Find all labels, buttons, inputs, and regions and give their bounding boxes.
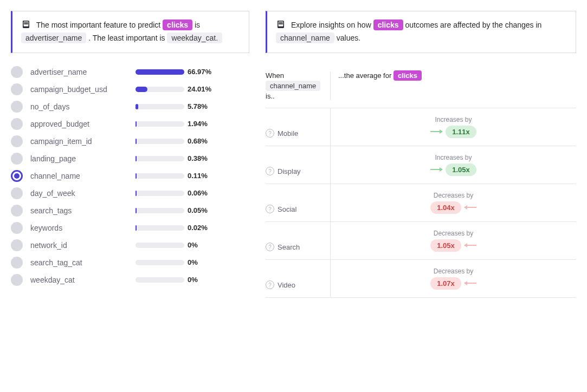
- feature-bar: 0.05%: [136, 206, 249, 214]
- book-icon: [21, 19, 31, 29]
- feature-pct: 66.97%: [188, 68, 211, 76]
- impact-row: ?SearchDecreases by1.05x: [266, 222, 576, 260]
- feature-radio[interactable]: [11, 66, 23, 78]
- feature-radio[interactable]: [11, 101, 23, 113]
- impact-badge: 1.05x: [430, 239, 476, 252]
- feature-bar: 0.02%: [136, 224, 249, 232]
- arrow-right-icon: [430, 169, 442, 170]
- impact-value-label: Search: [278, 243, 300, 251]
- feature-radio[interactable]: [11, 222, 23, 234]
- feature-row[interactable]: approved_budget1.94%: [11, 118, 249, 130]
- feature-row[interactable]: search_tags0.05%: [11, 205, 249, 217]
- impact-row: ?SocialDecreases by1.04x: [266, 184, 576, 222]
- feature-pct: 0.02%: [188, 224, 208, 232]
- channel-insight-box: Explore insights on how clicks outcomes …: [266, 11, 576, 53]
- top-feature-tag: advertiser_name: [21, 32, 86, 43]
- impact-value-label: Mobile: [278, 129, 298, 138]
- feature-label: landing_page: [30, 154, 128, 163]
- feature-label: no_of_days: [30, 102, 128, 111]
- header-feature-tag: channel_name: [266, 81, 320, 91]
- feature-pct: 5.78%: [188, 102, 208, 110]
- feature-label: approved_budget: [30, 120, 128, 128]
- feature-importance-insight: The most important feature to predict cl…: [11, 11, 249, 53]
- feature-tag: channel_name: [276, 32, 334, 43]
- feature-pct: 0.06%: [188, 189, 208, 197]
- feature-pct: 0%: [188, 258, 198, 266]
- feature-row[interactable]: campaign_item_id0.68%: [11, 135, 249, 147]
- feature-radio[interactable]: [11, 257, 23, 269]
- feature-radio[interactable]: [11, 274, 23, 286]
- feature-pct: 24.01%: [188, 85, 211, 93]
- impact-value-label: Display: [278, 167, 301, 175]
- feature-radio[interactable]: [11, 239, 23, 251]
- insight-text: . The least important is: [88, 34, 165, 42]
- feature-label: network_id: [30, 241, 128, 250]
- impact-direction: Decreases by: [434, 230, 473, 237]
- feature-label: weekday_cat: [30, 276, 128, 284]
- feature-radio[interactable]: [11, 170, 23, 182]
- impact-row: ?DisplayIncreases by1.05x: [266, 146, 576, 184]
- feature-row[interactable]: campaign_budget_usd24.01%: [11, 83, 249, 95]
- target-pill: clicks: [373, 19, 403, 30]
- feature-bar: 0.06%: [136, 189, 249, 197]
- impact-direction: Decreases by: [434, 267, 473, 275]
- feature-row[interactable]: weekday_cat0%: [11, 274, 249, 286]
- feature-radio[interactable]: [11, 118, 23, 130]
- impact-factor: 1.05x: [446, 164, 476, 176]
- impact-direction: Increases by: [435, 154, 472, 161]
- feature-row[interactable]: search_tag_cat0%: [11, 257, 249, 269]
- feature-pct: 0.68%: [188, 137, 208, 145]
- impact-badge: 1.05x: [430, 164, 476, 176]
- feature-row[interactable]: landing_page0.38%: [11, 153, 249, 165]
- feature-bar: 66.97%: [136, 68, 249, 76]
- feature-row[interactable]: network_id0%: [11, 239, 249, 251]
- target-pill: clicks: [163, 19, 192, 30]
- feature-label: campaign_item_id: [30, 137, 128, 146]
- help-icon[interactable]: ?: [266, 243, 274, 251]
- impact-factor: 1.05x: [430, 239, 461, 252]
- impact-table: When channel_name is.. ...the average fo…: [266, 66, 576, 298]
- impact-direction: Increases by: [435, 116, 472, 123]
- help-icon[interactable]: ?: [266, 129, 274, 138]
- table-header: When channel_name is.. ...the average fo…: [266, 66, 576, 108]
- feature-bar: 0.11%: [136, 172, 249, 180]
- header-target-pill: clicks: [394, 70, 422, 81]
- feature-pct: 0.38%: [188, 154, 208, 162]
- insight-text: values.: [337, 34, 360, 42]
- feature-radio[interactable]: [11, 187, 23, 199]
- feature-bar: 0.68%: [136, 137, 249, 145]
- feature-radio[interactable]: [11, 205, 23, 217]
- arrow-left-icon: [465, 283, 476, 284]
- feature-bar: 0.38%: [136, 154, 249, 162]
- insight-text: outcomes are affected by the changes in: [405, 21, 541, 29]
- feature-bar: 1.94%: [136, 120, 249, 128]
- feature-row[interactable]: keywords0.02%: [11, 222, 249, 234]
- feature-row[interactable]: no_of_days5.78%: [11, 101, 249, 113]
- arrow-left-icon: [465, 245, 476, 246]
- feature-pct: 0%: [188, 276, 198, 284]
- bottom-feature-tag: weekday_cat.: [167, 32, 222, 43]
- feature-radio[interactable]: [11, 153, 23, 165]
- feature-bar: 0%: [136, 276, 249, 284]
- feature-radio[interactable]: [11, 83, 23, 95]
- feature-importance-list: advertiser_name66.97%campaign_budget_usd…: [11, 66, 249, 286]
- feature-radio[interactable]: [11, 135, 23, 147]
- help-icon[interactable]: ?: [266, 167, 274, 175]
- feature-label: advertiser_name: [30, 68, 128, 76]
- help-icon[interactable]: ?: [266, 280, 274, 289]
- help-icon[interactable]: ?: [266, 205, 274, 213]
- impact-factor: 1.07x: [430, 277, 461, 290]
- feature-label: search_tag_cat: [30, 258, 128, 267]
- arrow-right-icon: [430, 131, 442, 132]
- feature-row[interactable]: channel_name0.11%: [11, 170, 249, 182]
- insight-text: The most important feature to predict: [36, 21, 161, 29]
- feature-bar: 0%: [136, 258, 249, 266]
- impact-direction: Decreases by: [434, 192, 473, 199]
- feature-row[interactable]: advertiser_name66.97%: [11, 66, 249, 78]
- impact-badge: 1.11x: [430, 126, 476, 138]
- impact-row: ?VideoDecreases by1.07x: [266, 260, 576, 298]
- feature-row[interactable]: day_of_week0.06%: [11, 187, 249, 199]
- header-when: When: [266, 71, 325, 80]
- insight-text: Explore insights on how: [291, 21, 371, 29]
- feature-pct: 0.05%: [188, 206, 208, 214]
